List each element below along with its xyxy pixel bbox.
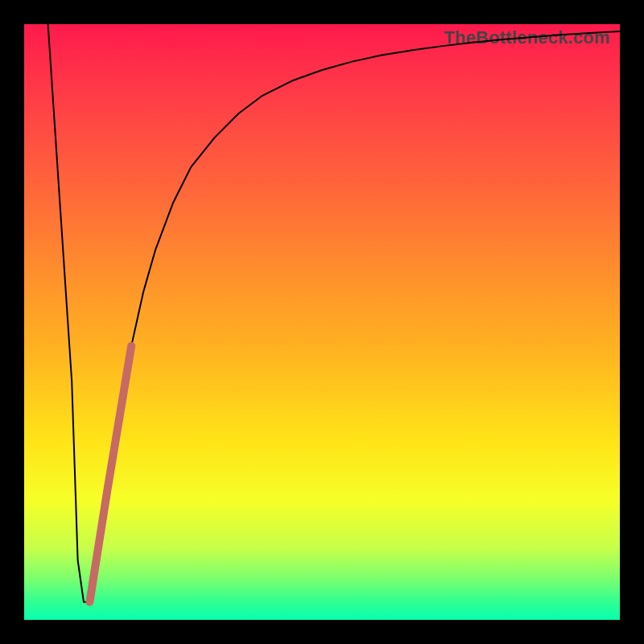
plot-area: TheBottleneck.com bbox=[24, 24, 620, 620]
series-highlight bbox=[89, 346, 131, 602]
series-curve bbox=[48, 24, 620, 602]
chart-frame: TheBottleneck.com bbox=[0, 0, 644, 644]
chart-svg bbox=[24, 24, 620, 620]
